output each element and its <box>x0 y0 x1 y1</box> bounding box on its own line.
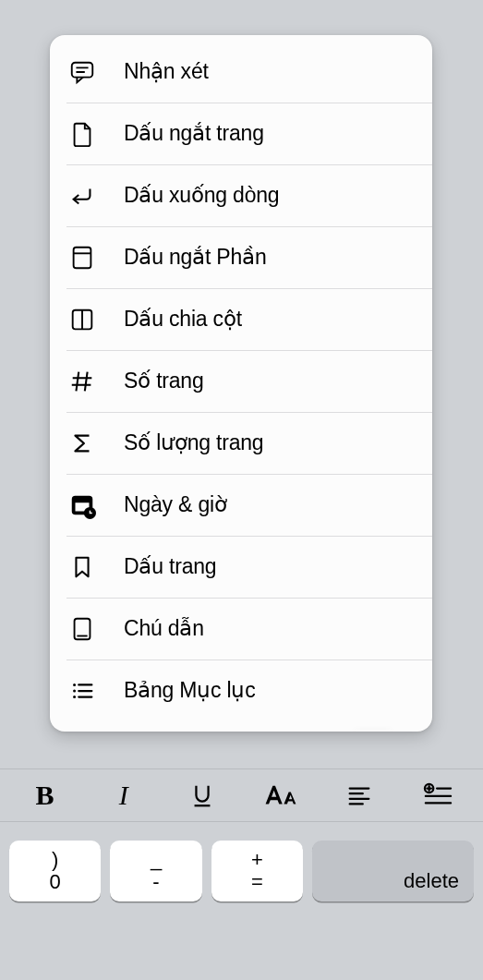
menu-item-page-break[interactable]: Dấu ngắt trang <box>50 103 432 164</box>
menu-item-label: Dấu trang <box>124 554 216 579</box>
bookmark-icon <box>68 553 96 581</box>
underline-button[interactable] <box>169 775 235 816</box>
key-delete-label: delete <box>404 870 459 892</box>
key-top-label: _ <box>151 849 162 871</box>
menu-item-toc[interactable]: Bảng Mục lục <box>50 659 432 721</box>
key-minus[interactable]: _ - <box>110 841 201 901</box>
insert-menu-popover: Nhận xét Dấu ngắt trang Dấu xuống dòng <box>50 35 432 732</box>
menu-item-comment[interactable]: Nhận xét <box>50 41 432 103</box>
menu-item-date-time[interactable]: Ngày & giờ <box>50 474 432 536</box>
insert-button[interactable] <box>405 775 471 816</box>
svg-line-7 <box>76 371 78 391</box>
menu-item-section-break[interactable]: Dấu ngắt Phần <box>50 226 432 288</box>
align-icon <box>344 781 374 809</box>
column-break-icon <box>68 306 96 333</box>
key-0[interactable]: ) 0 <box>9 841 101 901</box>
menu-item-label: Dấu xuống dòng <box>124 183 279 208</box>
key-delete[interactable]: delete <box>312 841 474 901</box>
menu-item-line-break[interactable]: Dấu xuống dòng <box>50 164 432 226</box>
section-break-icon <box>68 244 96 272</box>
key-top-label: + <box>251 849 263 871</box>
menu-item-label: Số lượng trang <box>124 430 263 455</box>
italic-glyph: I <box>119 780 128 811</box>
menu-item-label: Dấu ngắt trang <box>124 121 264 146</box>
menu-item-label: Dấu chia cột <box>124 307 242 332</box>
menu-item-label: Số trang <box>124 369 204 393</box>
menu-item-label: Dấu ngắt Phần <box>124 245 266 270</box>
italic-button[interactable]: I <box>91 775 157 816</box>
comment-icon <box>68 58 96 86</box>
format-toolbar: B I <box>0 768 483 822</box>
menu-item-bookmark[interactable]: Dấu trang <box>50 536 432 598</box>
text-style-icon <box>263 781 298 809</box>
menu-item-label: Bảng Mục lục <box>124 678 256 703</box>
bold-glyph: B <box>36 780 54 811</box>
menu-item-page-count[interactable]: Số lượng trang <box>50 412 432 474</box>
svg-rect-3 <box>74 247 91 268</box>
svg-rect-0 <box>72 62 93 77</box>
key-bottom-label: - <box>152 871 159 893</box>
svg-point-18 <box>73 696 76 698</box>
hash-icon <box>68 368 96 395</box>
key-bottom-label: 0 <box>50 871 61 893</box>
page-break-icon <box>68 120 96 148</box>
menu-item-label: Chú dẫn <box>124 616 204 641</box>
calendar-icon <box>68 491 96 519</box>
key-top-label: ) <box>52 849 58 871</box>
sigma-icon <box>68 430 96 457</box>
keyboard: ) 0 _ - + = delete <box>0 822 483 980</box>
underline-icon <box>188 781 216 809</box>
svg-point-16 <box>73 683 76 685</box>
insert-menu-list: Nhận xét Dấu ngắt trang Dấu xuống dòng <box>50 35 432 727</box>
svg-point-17 <box>73 689 76 692</box>
text-style-button[interactable] <box>248 775 314 816</box>
menu-item-column-break[interactable]: Dấu chia cột <box>50 288 432 350</box>
bold-button[interactable]: B <box>12 775 78 816</box>
toc-icon <box>68 677 96 705</box>
svg-line-8 <box>85 371 88 391</box>
key-equals[interactable]: + = <box>211 841 303 901</box>
menu-item-label: Ngày & giờ <box>124 492 227 517</box>
footnote-icon <box>68 615 96 643</box>
menu-item-label: Nhận xét <box>124 59 209 84</box>
key-bottom-label: = <box>251 871 263 893</box>
menu-item-footnote[interactable]: Chú dẫn <box>50 598 432 659</box>
insert-icon <box>422 781 453 809</box>
menu-item-page-number[interactable]: Số trang <box>50 350 432 412</box>
align-button[interactable] <box>326 775 392 816</box>
line-break-icon <box>68 182 96 210</box>
